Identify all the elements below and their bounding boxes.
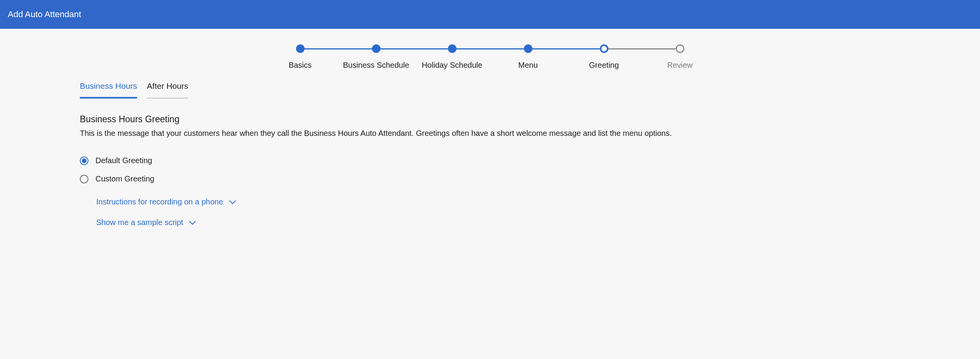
section-title: Business Hours Greeting bbox=[80, 114, 900, 125]
link-label: Show me a sample script bbox=[96, 218, 183, 227]
tab-label: Business Hours bbox=[80, 81, 137, 90]
step-dot-icon bbox=[600, 44, 608, 53]
tab-label: After Hours bbox=[147, 81, 188, 90]
chevron-down-icon bbox=[229, 200, 236, 204]
step-label: Greeting bbox=[589, 61, 619, 70]
link-sample-script[interactable]: Show me a sample script bbox=[96, 218, 900, 227]
step-connector bbox=[604, 48, 680, 49]
step-dot-icon bbox=[448, 44, 457, 53]
step-label: Basics bbox=[289, 61, 312, 70]
link-label: Instructions for recording on a phone bbox=[96, 197, 223, 206]
step-connector bbox=[376, 48, 452, 49]
radio-option-custom[interactable]: Custom Greeting bbox=[80, 174, 900, 183]
step-connector bbox=[528, 48, 604, 49]
radio-label: Custom Greeting bbox=[95, 174, 154, 183]
step-label: Menu bbox=[518, 61, 538, 70]
step-label: Review bbox=[667, 61, 693, 70]
main-content: Business Hours After Hours Business Hour… bbox=[0, 81, 980, 243]
step-basics[interactable]: Basics bbox=[262, 44, 338, 70]
step-dot-icon bbox=[296, 44, 305, 53]
step-dot-icon bbox=[372, 44, 381, 53]
step-connector bbox=[300, 48, 376, 49]
radio-icon bbox=[80, 175, 88, 183]
tab-after-hours[interactable]: After Hours bbox=[147, 81, 188, 99]
page-title: Add Auto Attendant bbox=[8, 9, 81, 19]
step-connector bbox=[452, 48, 528, 49]
page-header: Add Auto Attendant bbox=[0, 0, 980, 29]
radio-label: Default Greeting bbox=[95, 156, 152, 165]
step-dot-icon bbox=[676, 44, 684, 53]
expandable-links: Instructions for recording on a phone Sh… bbox=[96, 197, 900, 227]
radio-icon bbox=[80, 157, 88, 165]
link-recording-instructions[interactable]: Instructions for recording on a phone bbox=[96, 197, 900, 206]
chevron-down-icon bbox=[189, 220, 196, 225]
radio-option-default[interactable]: Default Greeting bbox=[80, 156, 900, 165]
wizard-stepper: Basics Business Schedule Holiday Schedul… bbox=[0, 29, 980, 81]
greeting-tabs: Business Hours After Hours bbox=[80, 81, 900, 99]
step-label: Business Schedule bbox=[343, 61, 409, 70]
step-label: Holiday Schedule bbox=[422, 61, 483, 70]
tab-business-hours[interactable]: Business Hours bbox=[80, 81, 137, 99]
section-description: This is the message that your customers … bbox=[80, 128, 900, 139]
step-dot-icon bbox=[524, 44, 532, 53]
greeting-radio-group: Default Greeting Custom Greeting bbox=[80, 156, 900, 183]
